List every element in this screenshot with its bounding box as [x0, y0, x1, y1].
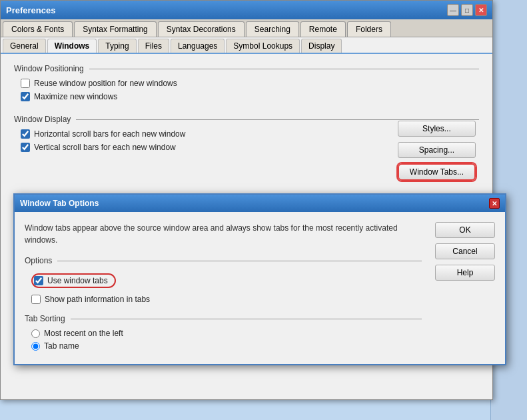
- horizontal-scroll-label: Horizontal scroll bars for each new wind…: [34, 129, 185, 139]
- use-window-tabs-checkbox[interactable]: [34, 276, 43, 285]
- dialog-title: Window Tab Options: [20, 199, 99, 208]
- most-recent-left-row: Most recent on the left: [31, 329, 422, 338]
- show-path-info-row: Show path information in tabs: [31, 295, 422, 304]
- maximize-new-windows-label: Maximize new windows: [34, 92, 117, 101]
- title-bar-controls: — □ ✕: [447, 4, 487, 16]
- use-window-tabs-label: Use window tabs: [47, 276, 108, 285]
- vertical-scroll-checkbox[interactable]: [21, 143, 30, 152]
- tab-general[interactable]: General: [3, 39, 46, 53]
- dialog-options-label: Options: [25, 256, 422, 265]
- tab-name-radio[interactable]: [31, 342, 40, 351]
- tab-colors-fonts[interactable]: Colors & Fonts: [3, 21, 73, 37]
- use-window-tabs-row: Use window tabs: [31, 273, 116, 288]
- dialog-info-text: Window tabs appear above the source wind…: [25, 222, 422, 246]
- tab-symbol-lookups[interactable]: Symbol Lookups: [226, 39, 300, 53]
- most-recent-left-label: Most recent on the left: [44, 329, 123, 338]
- horizontal-scroll-checkbox[interactable]: [21, 129, 30, 139]
- maximize-button[interactable]: □: [461, 4, 473, 16]
- tab-syntax-formatting[interactable]: Syntax Formatting: [74, 21, 156, 37]
- tab-sorting-section: Tab Sorting Most recent on the left Tab …: [25, 314, 422, 351]
- dialog-right-panel: OK Cancel Help: [435, 222, 495, 354]
- maximize-new-windows-row: Maximize new windows: [21, 92, 479, 101]
- minimize-button[interactable]: —: [447, 4, 459, 16]
- tab-name-label: Tab name: [44, 341, 79, 351]
- tab-name-row: Tab name: [31, 341, 422, 351]
- reuse-window-position-checkbox[interactable]: [21, 79, 30, 88]
- tab-languages[interactable]: Languages: [171, 39, 225, 53]
- tab-folders[interactable]: Folders: [347, 21, 391, 37]
- tab-files[interactable]: Files: [138, 39, 169, 53]
- styles-button[interactable]: Styles...: [398, 121, 476, 137]
- reuse-window-position-label: Reuse window position for new windows: [34, 79, 177, 88]
- title-bar: Preferences — □ ✕: [1, 1, 492, 19]
- dialog-title-bar: Window Tab Options ✕: [15, 195, 505, 212]
- content-area: Window Positioning Reuse window position…: [1, 54, 492, 166]
- tabs-row-2: General Windows Typing Files Languages S…: [1, 37, 492, 54]
- tab-windows[interactable]: Windows: [47, 39, 97, 53]
- most-recent-left-radio[interactable]: [31, 329, 40, 338]
- tabs-row-1: Colors & Fonts Syntax Formatting Syntax …: [1, 19, 492, 37]
- dialog-cancel-button[interactable]: Cancel: [435, 243, 495, 259]
- spacing-button[interactable]: Spacing...: [398, 142, 476, 158]
- window-tab-options-dialog: Window Tab Options ✕ Window tabs appear …: [13, 193, 506, 365]
- tab-syntax-decorations[interactable]: Syntax Decorations: [158, 21, 245, 37]
- tab-typing[interactable]: Typing: [98, 39, 136, 53]
- dialog-ok-button[interactable]: OK: [435, 222, 495, 238]
- tab-sorting-label: Tab Sorting: [25, 314, 422, 323]
- window-title: Preferences: [6, 5, 55, 15]
- close-button[interactable]: ✕: [475, 4, 487, 16]
- dialog-help-button[interactable]: Help: [435, 265, 495, 281]
- tab-searching[interactable]: Searching: [246, 21, 299, 37]
- show-path-info-label: Show path information in tabs: [45, 295, 150, 304]
- show-path-info-checkbox[interactable]: [31, 295, 41, 304]
- window-tabs-button[interactable]: Window Tabs...: [398, 163, 476, 181]
- window-positioning-label: Window Positioning: [14, 64, 479, 73]
- maximize-new-windows-checkbox[interactable]: [21, 92, 30, 101]
- dialog-close-button[interactable]: ✕: [489, 198, 500, 209]
- right-buttons-panel: Styles... Spacing... Window Tabs...: [398, 121, 476, 181]
- dialog-left-panel: Window tabs appear above the source wind…: [25, 222, 422, 354]
- dialog-body: Window tabs appear above the source wind…: [15, 212, 505, 364]
- vertical-scroll-label: Vertical scroll bars for each new window: [34, 143, 176, 152]
- tab-display[interactable]: Display: [301, 39, 342, 53]
- tab-remote[interactable]: Remote: [300, 21, 346, 37]
- reuse-window-position-row: Reuse window position for new windows: [21, 79, 479, 88]
